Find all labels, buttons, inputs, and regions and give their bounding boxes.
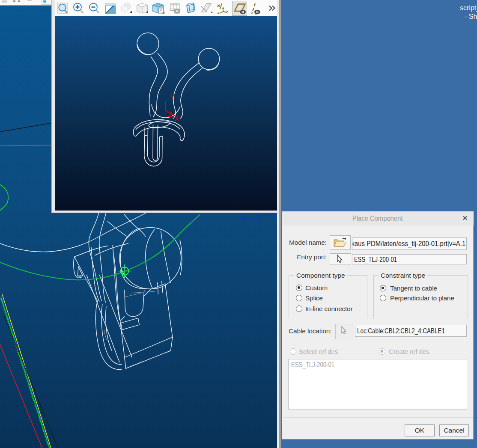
svg-text:Z: Z [168, 111, 172, 118]
svg-text:Y: Y [170, 94, 175, 101]
svg-text:X: X [174, 115, 179, 122]
